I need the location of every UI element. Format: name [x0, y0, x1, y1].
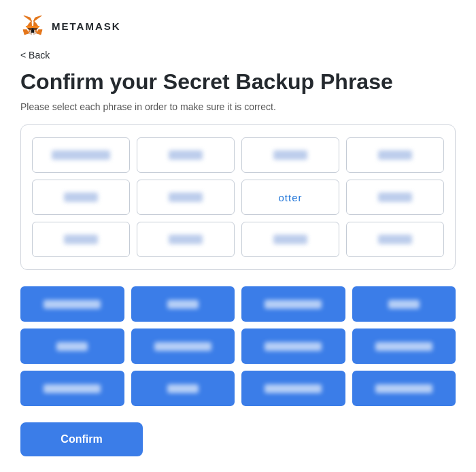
- word-bank-button[interactable]: [131, 371, 235, 406]
- word-bank-button[interactable]: [352, 328, 456, 364]
- word-bank-button[interactable]: [20, 371, 124, 406]
- page-title: Confirm your Secret Backup Phrase: [20, 69, 456, 95]
- word-bank: [20, 286, 456, 406]
- svg-marker-3: [23, 30, 29, 35]
- svg-marker-18: [26, 27, 31, 28]
- svg-marker-4: [27, 21, 31, 26]
- word-bank-button[interactable]: [131, 328, 235, 364]
- word-bank-button[interactable]: [352, 371, 456, 406]
- word-bank-button[interactable]: [241, 371, 345, 406]
- drop-cell-word: otter: [278, 192, 302, 203]
- drop-cell[interactable]: [241, 222, 339, 257]
- drop-zone: otter: [20, 124, 456, 270]
- drop-cell[interactable]: [346, 137, 444, 173]
- back-link[interactable]: < Back: [20, 50, 50, 61]
- word-bank-button[interactable]: [131, 286, 235, 322]
- drop-cell[interactable]: otter: [241, 180, 339, 215]
- drop-grid: otter: [32, 137, 444, 257]
- svg-marker-0: [34, 16, 41, 21]
- word-bank-button[interactable]: [20, 286, 124, 322]
- drop-cell[interactable]: [346, 222, 444, 257]
- svg-marker-1: [24, 16, 31, 21]
- subtitle: Please select each phrase in order to ma…: [20, 101, 456, 112]
- drop-cell[interactable]: [241, 137, 339, 173]
- drop-cell[interactable]: [137, 137, 235, 173]
- word-bank-button[interactable]: [241, 328, 345, 364]
- word-bank-button[interactable]: [352, 286, 456, 322]
- svg-marker-2: [37, 30, 42, 35]
- logo-text: METAMASK: [52, 20, 121, 32]
- drop-cell[interactable]: [137, 222, 235, 257]
- drop-cell[interactable]: [137, 180, 235, 215]
- word-bank-button[interactable]: [20, 328, 124, 364]
- svg-marker-5: [34, 21, 38, 26]
- page-container: METAMASK < Back Confirm your Secret Back…: [0, 0, 476, 472]
- drop-cell[interactable]: [32, 137, 130, 173]
- drop-cell[interactable]: [32, 222, 130, 257]
- confirm-button[interactable]: Confirm: [20, 422, 143, 456]
- drop-cell[interactable]: [346, 180, 444, 215]
- drop-cell[interactable]: [32, 180, 130, 215]
- svg-marker-14: [31, 29, 33, 33]
- metamask-logo-icon: [20, 14, 45, 38]
- word-bank-button[interactable]: [241, 286, 345, 322]
- header: METAMASK: [20, 14, 456, 38]
- svg-marker-17: [34, 27, 39, 28]
